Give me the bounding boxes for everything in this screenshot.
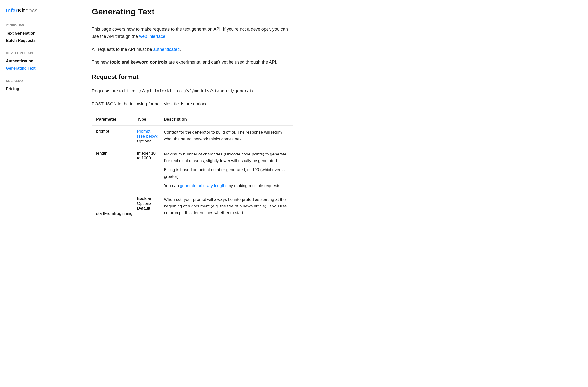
table-row: length Integer 10 to 1000 Maximum number… bbox=[92, 147, 293, 193]
th-description: Description bbox=[164, 113, 293, 126]
logo-part2: Kit bbox=[18, 7, 25, 14]
param-name-startfrombeginning: startFromBeginning bbox=[92, 193, 137, 219]
param-type-startfrombeginning: Boolean Optional Default bbox=[137, 193, 164, 219]
nav-header-overview: OVERVIEW bbox=[6, 23, 51, 27]
api-endpoint-code: https://api.inferkit.com/v1/models/stand… bbox=[124, 88, 254, 93]
intro-paragraph-1: This page covers how to make requests to… bbox=[92, 26, 293, 40]
sidebar-item-generating-text[interactable]: Generating Text bbox=[6, 65, 51, 72]
param-desc-prompt: Context for the generator to build off o… bbox=[164, 125, 293, 147]
request-format-heading: Request format bbox=[92, 73, 293, 81]
table-row: startFromBeginning Boolean Optional Defa… bbox=[92, 193, 293, 219]
logo-suffix: DOCS bbox=[26, 9, 38, 13]
sidebar-item-batch-requests[interactable]: Batch Requests bbox=[6, 37, 51, 44]
nav-header-developer-api: DEVELOPER API bbox=[6, 51, 51, 55]
sidebar-item-pricing[interactable]: Pricing bbox=[6, 85, 51, 92]
nav-section-overview: OVERVIEW Text Generation Batch Requests bbox=[6, 23, 51, 44]
param-name-prompt: prompt bbox=[92, 125, 137, 147]
th-type: Type bbox=[137, 113, 164, 126]
authenticated-link[interactable]: authenticated bbox=[153, 47, 180, 52]
param-desc-length: Maximum number of characters (Unicode co… bbox=[164, 147, 293, 193]
web-interface-link[interactable]: web interface bbox=[139, 34, 165, 39]
page-title: Generating Text bbox=[92, 7, 293, 16]
topic-keyword-strong: topic and keyword controls bbox=[110, 60, 167, 64]
logo-part1: Infer bbox=[6, 7, 18, 14]
param-type-length: Integer 10 to 1000 bbox=[137, 147, 164, 193]
prompt-type-link[interactable]: Prompt (see below) bbox=[137, 129, 158, 139]
intro-paragraph-2: All requests to the API must be authenti… bbox=[92, 46, 293, 53]
param-name-length: length bbox=[92, 147, 137, 193]
th-parameter: Parameter bbox=[92, 113, 137, 126]
post-json-paragraph: POST JSON in the following format. Most … bbox=[92, 101, 293, 108]
parameters-table: Parameter Type Description prompt Prompt… bbox=[92, 113, 293, 220]
nav-header-see-also: SEE ALSO bbox=[6, 79, 51, 83]
requests-to-paragraph: Requests are to https://api.inferkit.com… bbox=[92, 87, 293, 95]
arbitrary-lengths-link[interactable]: generate arbitrary lengths bbox=[180, 183, 228, 188]
nav-section-see-also: SEE ALSO Pricing bbox=[6, 79, 51, 92]
sidebar-item-authentication[interactable]: Authentication bbox=[6, 57, 51, 65]
main-content: Generating Text This page covers how to … bbox=[57, 0, 327, 387]
param-desc-startfrombeginning: When set, your prompt will always be int… bbox=[164, 193, 293, 219]
param-type-prompt: Prompt (see below) Optional bbox=[137, 125, 164, 147]
nav-section-developer-api: DEVELOPER API Authentication Generating … bbox=[6, 51, 51, 72]
sidebar: InferKitDOCS OVERVIEW Text Generation Ba… bbox=[0, 0, 57, 387]
table-row: prompt Prompt (see below) Optional Conte… bbox=[92, 125, 293, 147]
intro-paragraph-3: The new topic and keyword controls are e… bbox=[92, 59, 293, 66]
sidebar-item-text-generation[interactable]: Text Generation bbox=[6, 30, 51, 37]
logo[interactable]: InferKitDOCS bbox=[6, 7, 51, 14]
